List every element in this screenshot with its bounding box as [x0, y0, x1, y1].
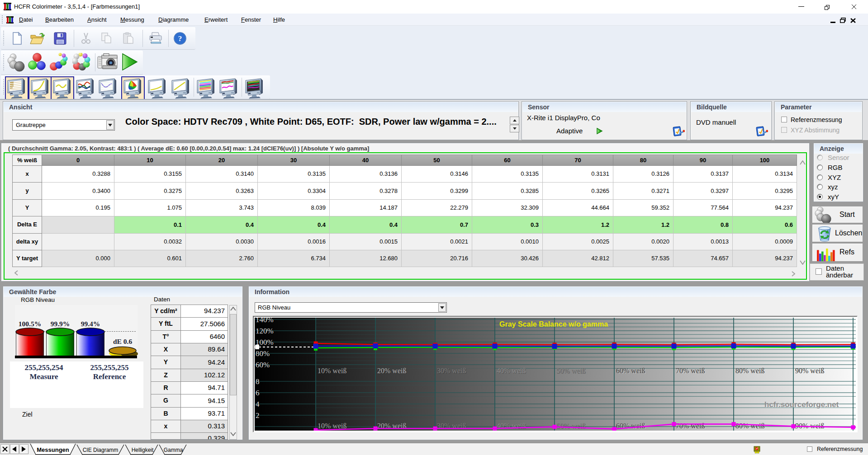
svg-text:?: ?	[178, 34, 182, 43]
